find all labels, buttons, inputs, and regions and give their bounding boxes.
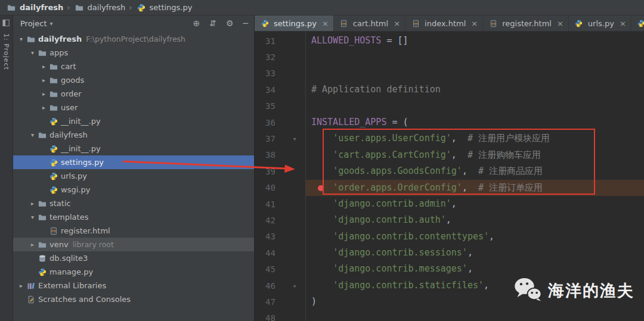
tree-item-label: External Libraries [38,281,106,290]
gutter-row: 45 [255,261,305,277]
tree-item-init-py[interactable]: __init__.py [13,114,254,128]
fold-marker-icon[interactable]: ▿ [286,135,304,143]
code-line-45[interactable]: 'django.contrib.messages', [306,261,644,277]
tab-views-py[interactable]: views.py× [631,15,644,31]
code-token: # 注册购物车应用 [467,149,541,160]
project-dropdown[interactable]: Project [20,19,47,28]
tree-item-dailyfresh[interactable]: ▾dailyfresh [13,128,254,142]
tab-index-html[interactable]: <>index.html× [405,15,483,31]
tree-item-subtext: F:\pythonProject\dailyfresh [86,35,185,43]
line-number: 37 [255,134,286,144]
fold-marker-icon[interactable]: ▵ [286,282,304,289]
tree-item-wsgi-py[interactable]: wsgi.py [13,183,254,197]
close-icon[interactable]: × [394,19,400,28]
code-token: , [484,280,489,291]
code-line-35[interactable] [306,98,644,114]
expand-arrow-icon[interactable]: ▸ [39,91,48,97]
breakpoint-icon[interactable] [318,185,324,191]
line-number: 46 [255,281,286,291]
expand-arrow-icon[interactable]: ▸ [17,282,26,289]
code-token [311,166,333,176]
line-number: 44 [255,248,286,258]
tree-item-subtext: library root [73,240,114,249]
tab-register-html[interactable]: <>register.html× [483,15,569,31]
tree-item-settings-py[interactable]: settings.py [13,155,254,169]
locate-icon[interactable]: ⊕ [193,18,200,28]
gutter-row: 34 [255,82,305,98]
close-icon[interactable]: × [620,19,626,28]
tree-item-urls-py[interactable]: urls.py [13,169,254,183]
close-icon[interactable]: × [471,19,478,28]
code-line-48[interactable] [306,310,644,321]
code-line-34[interactable]: # Application definition [306,82,644,98]
watermark: 海洋的渔夫 [513,276,634,304]
tree-item-manage-py[interactable]: manage.py [13,265,254,279]
code-line-43[interactable]: 'django.contrib.contenttypes', [306,229,644,245]
tree-item-apps[interactable]: ▾apps [13,46,254,60]
tree-item-venv[interactable]: ▸venvlibrary root [13,238,254,251]
line-number: 40 [255,183,286,192]
code-line-41[interactable]: 'django.contrib.admin', [306,196,644,212]
tab-cart-html[interactable]: <>cart.html× [334,15,405,31]
code-line-44[interactable]: 'django.contrib.sessions', [306,245,644,261]
stripe-project-label[interactable]: 1: Project [2,33,10,70]
code-line-39[interactable]: 'goods.apps.GoodsConfig', # 注册商品应用 [306,163,644,179]
gutter-row: 32 [255,49,305,65]
expand-arrow-icon[interactable]: ▸ [28,241,37,248]
code-token: # 注册用户模块应用 [467,133,550,144]
project-panel: Project ▾ ⊕⇵⚙─ ▾dailyfreshF:\pythonProje… [13,15,255,321]
expand-arrow-icon[interactable]: ▸ [39,63,48,70]
tab-settings-py[interactable]: settings.py× [255,15,334,31]
expand-arrow-icon[interactable]: ▾ [17,36,26,42]
project-tree: ▾dailyfreshF:\pythonProject\dailyfresh▾a… [13,31,254,306]
settings-gear-icon[interactable]: ⚙ [226,18,234,28]
tree-item-templates[interactable]: ▾templates [13,210,254,224]
breadcrumb-item-dailyfresh[interactable]: dailyfresh [5,0,64,15]
tree-item-static[interactable]: ▸static [13,197,254,210]
breadcrumb-item-dailyfresh[interactable]: dailyfresh [73,0,127,15]
tree-item-db-sqlite3[interactable]: db.sqlite3 [13,251,254,265]
code-line-40[interactable]: 'order.apps.OrderConfig', # 注册订单应用 [306,180,644,196]
code-line-31[interactable]: ALLOWED_HOSTS = [] [306,33,644,49]
tab-label: index.html [425,19,466,28]
tree-item-register-html[interactable]: <>register.html [13,224,254,238]
expand-arrow-icon[interactable]: ▸ [39,77,48,83]
collapse-all-icon[interactable]: ⇵ [209,18,216,28]
breadcrumb-item-settings-py[interactable]: settings.py [135,0,194,15]
code-line-38[interactable]: 'cart.apps.CartConfig', # 注册购物车应用 [306,147,644,163]
expand-arrow-icon[interactable]: ▸ [39,104,48,111]
close-icon[interactable]: × [322,19,329,28]
tree-item-user[interactable]: ▸user [13,101,254,114]
code-line-42[interactable]: 'django.contrib.auth', [306,212,644,228]
tree-item-external-libraries[interactable]: ▸External Libraries [13,279,254,292]
tree-item-goods[interactable]: ▸goods [13,73,254,87]
expand-arrow-icon[interactable]: ▸ [28,200,37,207]
folder-icon [48,104,59,112]
expand-arrow-icon[interactable]: ▾ [28,214,37,220]
tab-urls-py[interactable]: urls.py× [569,15,631,31]
hide-panel-icon[interactable]: ─ [243,18,248,28]
tab-label: register.html [502,19,552,28]
tree-item-label: static [49,199,71,208]
tree-item-scratches-and-consoles[interactable]: Scratches and Consoles [13,292,254,306]
code-line-33[interactable] [306,66,644,82]
expand-arrow-icon[interactable]: ▾ [28,132,37,138]
tree-item-label: cart [61,62,76,71]
code-line-37[interactable]: 'user.apps.UserConfig', # 注册用户模块应用 [306,130,644,147]
gutter-row: 35 [255,98,305,114]
code-line-32[interactable] [306,49,644,65]
tree-item-label: urls.py [61,172,87,180]
code-line-36[interactable]: INSTALLED_APPS = ( [306,114,644,130]
tree-item-init-py[interactable]: __init__.py [13,142,254,155]
code-token: , [467,247,473,258]
tree-item-order[interactable]: ▸order [13,87,254,101]
tree-item-dailyfresh[interactable]: ▾dailyfreshF:\pythonProject\dailyfresh [13,32,254,46]
tab-label: cart.html [353,19,388,28]
expand-arrow-icon[interactable]: ▾ [28,49,37,56]
tree-item-label: manage.py [49,267,93,276]
tree-item-cart[interactable]: ▸cart [13,60,254,73]
tool-window-stripe[interactable]: 1: Project [0,15,13,321]
scratches-icon [26,295,36,304]
close-icon[interactable]: × [557,19,564,28]
code-token: = [381,35,397,46]
